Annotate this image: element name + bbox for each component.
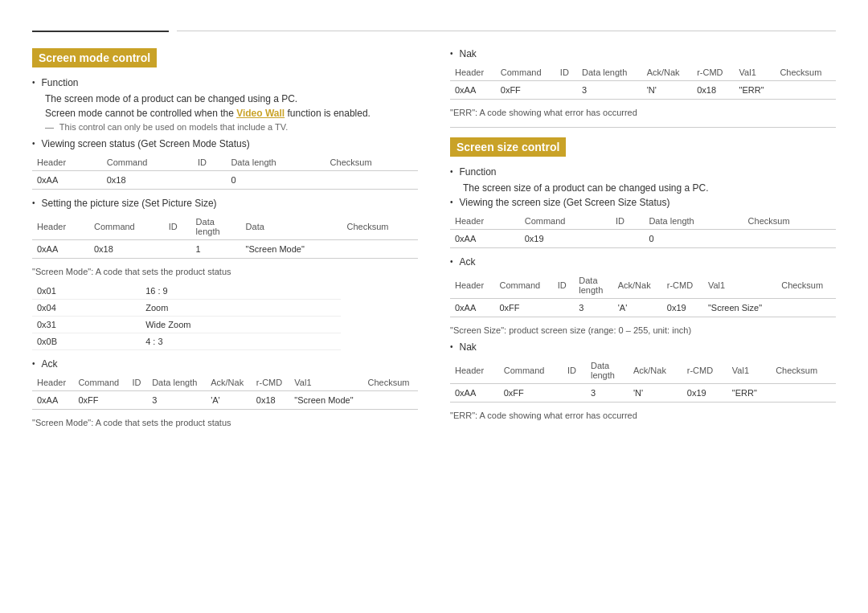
mode-code: 0x04	[32, 300, 141, 317]
mode-row-4: 0x0B 4 : 3	[32, 333, 341, 350]
mode-code: 0x31	[32, 317, 141, 333]
td-datalength: 0	[226, 171, 325, 190]
screen-mode-note: "Screen Mode": A code that sets the prod…	[32, 267, 418, 276]
header-left-rule	[32, 31, 169, 32]
viewing-table: Header Command ID Data length Checksum 0…	[32, 154, 418, 190]
setting-table: Header Command ID Datalength Data Checks…	[32, 214, 418, 259]
viewing-label: Viewing screen status (Get Screen Mode S…	[42, 138, 250, 149]
th-id: ID	[164, 214, 191, 240]
mode-row-1: 0x01 16 : 9	[32, 283, 341, 300]
td-rcmd: 0x19	[682, 384, 727, 403]
td-command: 0xFF	[499, 384, 563, 403]
bullet-icon: •	[32, 78, 35, 87]
bullet-icon-9: •	[450, 342, 453, 351]
td-acknak: 'A'	[613, 299, 662, 317]
th-header: Header	[32, 154, 102, 171]
viewing-table-header-row: Header Command ID Data length Checksum	[32, 154, 418, 171]
function-note: ― This control can only be used on model…	[45, 122, 418, 132]
th-command: Command	[499, 358, 563, 384]
right-err-note: "ERR": A code showing what error has occ…	[450, 411, 836, 420]
th-acknak: Ack/Nak	[206, 374, 252, 391]
th-val1: Val1	[289, 374, 362, 391]
td-checksum	[363, 391, 419, 410]
th-data: Data	[241, 214, 342, 240]
right-nak-table-row: 0xAA 0xFF 3 'N' 0x19 "ERR"	[450, 384, 836, 403]
th-command: Command	[520, 213, 611, 230]
th-datalength: Datalength	[191, 214, 241, 240]
function-highlight: Video Wall	[236, 108, 285, 119]
th-datalength: Datalength	[586, 358, 628, 384]
ack-label: Ack	[42, 358, 58, 370]
viewing-bullet: • Viewing screen status (Get Screen Mode…	[32, 138, 418, 149]
note-dash: ―	[45, 122, 54, 132]
th-id: ID	[563, 358, 586, 384]
mode-code: 0x01	[32, 283, 141, 300]
th-val1: Val1	[727, 358, 771, 384]
left-section-title: Screen mode control	[32, 48, 157, 67]
th-id: ID	[555, 64, 577, 81]
ack-bullet: • Ack	[32, 358, 418, 370]
bullet-icon-7: •	[450, 198, 453, 206]
mode-row-2: 0x04 Zoom	[32, 300, 341, 317]
th-checksum: Checksum	[771, 358, 836, 384]
th-acknak: Ack/Nak	[642, 64, 693, 81]
td-id	[611, 230, 644, 248]
td-datalength: 3	[586, 384, 628, 403]
ack-table-row: 0xAA 0xFF 3 'A' 0x18 "Screen Mode"	[32, 391, 418, 410]
setting-table-row: 0xAA 0x18 1 "Screen Mode"	[32, 240, 418, 259]
viewing-table-row: 0xAA 0x18 0	[32, 171, 418, 190]
td-command: 0x19	[520, 230, 611, 248]
th-datalength: Data length	[226, 154, 325, 171]
th-command: Command	[494, 272, 552, 299]
td-checksum	[776, 299, 836, 317]
th-header: Header	[450, 64, 496, 81]
td-checksum	[342, 240, 419, 259]
td-rcmd: 0x18	[692, 81, 734, 100]
td-checksum	[775, 81, 836, 100]
td-val1: "ERR"	[735, 81, 776, 100]
right-viewing-table: Header Command ID Data length Checksum 0…	[450, 213, 836, 248]
th-header: Header	[32, 214, 89, 240]
td-rcmd: 0x18	[252, 391, 289, 410]
right-function-text: The screen size of a product can be chan…	[463, 182, 836, 194]
note-text-content: This control can only be used on models …	[59, 122, 288, 132]
th-checksum: Checksum	[326, 154, 418, 171]
td-acknak: 'A'	[206, 391, 252, 410]
function-text2: Screen mode cannot be controlled when th…	[45, 108, 418, 119]
td-id	[164, 240, 191, 259]
td-command: 0xFF	[73, 391, 127, 410]
th-datalength: Data length	[147, 374, 206, 391]
function-text1: The screen mode of a product can be chan…	[45, 93, 418, 104]
function-text2-post: function is enabled.	[288, 108, 371, 119]
right-ack-bullet: • Ack	[450, 256, 836, 268]
th-datalength: Datalength	[574, 272, 612, 299]
td-header: 0xAA	[450, 299, 494, 317]
mode-name: Wide Zoom	[141, 317, 341, 333]
td-header: 0xAA	[450, 230, 520, 248]
right-nak-table-header-row: Header Command ID Datalength Ack/Nak r-C…	[450, 358, 836, 384]
header-right-rule	[177, 31, 836, 31]
right-viewing-bullet: • Viewing the screen size (Get Screen Si…	[450, 197, 836, 208]
th-datalength: Data length	[644, 213, 743, 230]
th-command: Command	[89, 214, 164, 240]
td-val1: "Screen Size"	[703, 299, 776, 317]
td-command: 0x18	[102, 171, 193, 190]
bullet-icon-5: •	[450, 49, 453, 58]
td-datalength: 0	[644, 230, 743, 248]
td-datalength: 1	[191, 240, 241, 259]
right-section-title: Screen size control	[450, 137, 566, 157]
bullet-icon-6: •	[450, 167, 453, 176]
td-checksum	[326, 171, 418, 190]
setting-table-header-row: Header Command ID Datalength Data Checks…	[32, 214, 418, 240]
err-note-top: "ERR": A code showing what error has occ…	[450, 108, 836, 117]
setting-bullet: • Setting the picture size (Set Picture …	[32, 198, 418, 209]
nak-label-top: Nak	[460, 48, 477, 59]
bullet-icon-4: •	[32, 359, 35, 368]
right-ack-table-header-row: Header Command ID Datalength Ack/Nak r-C…	[450, 272, 836, 299]
right-nak-label: Nak	[460, 341, 477, 353]
th-val1: Val1	[735, 64, 776, 81]
function-label: Function	[42, 77, 79, 88]
nak-bullet-top: • Nak	[450, 48, 836, 59]
td-datalength: 3	[574, 299, 612, 317]
mode-name: 4 : 3	[141, 333, 341, 350]
